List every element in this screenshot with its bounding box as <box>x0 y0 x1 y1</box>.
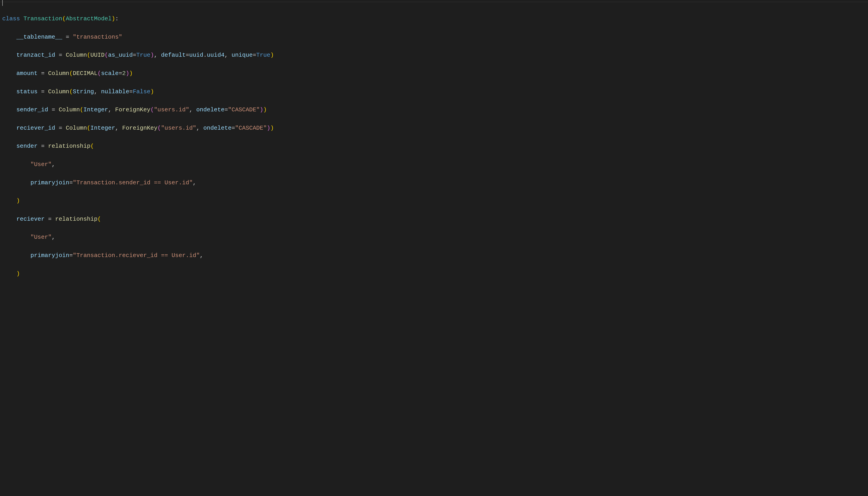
kwarg-default: default <box>161 52 185 59</box>
code-line[interactable]: sender = relationship( <box>2 142 866 151</box>
var-sender-id: sender_id <box>16 106 48 113</box>
kwarg-primaryjoin: primaryjoin <box>31 252 70 259</box>
const-true: True <box>136 52 150 59</box>
paren-close: ) <box>126 70 129 77</box>
paren-close: ) <box>267 125 270 131</box>
paren-open: ( <box>80 106 84 113</box>
var-reciever-id: reciever_id <box>16 125 55 131</box>
code-line[interactable]: sender_id = Column(Integer, ForeignKey("… <box>2 105 866 114</box>
code-editor[interactable]: class Transaction(AbstractModel): __tabl… <box>0 2 868 301</box>
fn-column: Column <box>59 106 80 113</box>
kwarg-ondelete: ondelete <box>196 106 224 113</box>
equals: = <box>69 179 73 186</box>
string-users-id: "users.id" <box>154 106 189 113</box>
paren-close: ) <box>150 52 154 59</box>
module-uuid: uuid <box>189 52 203 59</box>
paren-open: ( <box>158 125 161 131</box>
paren-close: ) <box>270 52 274 59</box>
fn-relationship: relationship <box>48 143 90 150</box>
equals: = <box>38 143 48 150</box>
const-false: False <box>133 88 150 95</box>
class-name: Transaction <box>24 15 62 22</box>
text-cursor <box>2 0 3 6</box>
kwarg-nullable: nullable <box>101 88 129 95</box>
paren-close: ) <box>16 197 20 204</box>
paren-open: ( <box>62 15 66 22</box>
kwarg-as-uuid: as_uuid <box>108 52 133 59</box>
dot: . <box>203 52 207 59</box>
code-line[interactable]: reciever = relationship( <box>2 215 866 223</box>
paren-close: ) <box>16 270 20 277</box>
equals: = <box>133 52 136 59</box>
fn-foreignkey: ForeignKey <box>115 106 150 113</box>
equals: = <box>62 34 73 41</box>
paren-close: ) <box>129 70 133 77</box>
paren-close: ) <box>263 106 267 113</box>
equals: = <box>185 52 189 59</box>
string-users-id: "users.id" <box>161 125 196 131</box>
var-reciever: reciever <box>16 216 45 222</box>
comma: , <box>189 106 196 113</box>
number-2: 2 <box>122 70 126 77</box>
equals: = <box>224 106 228 113</box>
kwarg-unique: unique <box>231 52 253 59</box>
kwarg-primaryjoin: primaryjoin <box>31 179 70 186</box>
equals: = <box>55 52 66 59</box>
equals: = <box>253 52 256 59</box>
code-line[interactable]: __tablename__ = "transactions" <box>2 32 866 42</box>
code-line[interactable]: amount = Column(DECIMAL(scale=2)) <box>2 69 866 78</box>
equals: = <box>38 88 48 95</box>
string-user: "User" <box>31 234 52 241</box>
kwarg-scale: scale <box>101 70 119 77</box>
code-line[interactable]: class Transaction(AbstractModel): <box>2 14 866 23</box>
var-amount: amount <box>16 70 38 77</box>
fn-column: Column <box>66 52 87 59</box>
string-cascade: "CASCADE" <box>228 106 260 113</box>
var-status: status <box>16 88 38 95</box>
type-integer: Integer <box>84 106 108 113</box>
fn-column: Column <box>66 125 87 131</box>
string-primaryjoin-reciever: "Transaction.reciever_id == User.id" <box>73 252 200 259</box>
string-user: "User" <box>31 161 52 168</box>
code-line[interactable]: tranzact_id = Column(UUID(as_uuid=True),… <box>2 51 866 60</box>
base-class: AbstractModel <box>66 15 112 22</box>
paren-open: ( <box>98 70 101 77</box>
comma: , <box>51 161 55 168</box>
kwarg-ondelete: ondelete <box>203 125 231 131</box>
paren-close: ) <box>112 15 115 22</box>
const-true: True <box>256 52 270 59</box>
code-line[interactable]: ) <box>2 269 866 278</box>
fn-column: Column <box>48 70 70 77</box>
code-line[interactable]: primaryjoin="Transaction.reciever_id == … <box>2 251 866 260</box>
paren-open: ( <box>90 143 94 150</box>
paren-close: ) <box>150 88 154 95</box>
attr-uuid4: uuid4 <box>207 52 224 59</box>
code-line[interactable]: reciever_id = Column(Integer, ForeignKey… <box>2 124 866 133</box>
code-line[interactable]: ) <box>2 196 866 205</box>
comma: , <box>51 234 55 241</box>
code-line[interactable]: primaryjoin="Transaction.sender_id == Us… <box>2 178 866 187</box>
var-tablename: __tablename__ <box>16 34 62 41</box>
type-integer: Integer <box>90 125 115 131</box>
code-line[interactable]: status = Column(String, nullable=False) <box>2 87 866 96</box>
string-cascade: "CASCADE" <box>235 125 267 131</box>
paren-close: ) <box>260 106 263 113</box>
equals: = <box>38 70 48 77</box>
var-tranzact-id: tranzact_id <box>16 52 55 59</box>
comma: , <box>193 179 196 186</box>
equals: = <box>129 88 133 95</box>
code-line[interactable]: "User", <box>2 233 866 242</box>
string-primaryjoin-sender: "Transaction.sender_id == User.id" <box>73 179 193 186</box>
comma: , <box>108 106 115 113</box>
comma: , <box>115 125 122 131</box>
colon: : <box>115 15 119 22</box>
fn-foreignkey: ForeignKey <box>122 125 158 131</box>
paren-open: ( <box>150 106 154 113</box>
fn-uuid: UUID <box>90 52 104 59</box>
equals: = <box>55 125 66 131</box>
paren-open: ( <box>98 216 101 222</box>
fn-column: Column <box>48 88 70 95</box>
paren-close: ) <box>270 125 274 131</box>
paren-open: ( <box>69 70 73 77</box>
code-line[interactable]: "User", <box>2 160 866 169</box>
